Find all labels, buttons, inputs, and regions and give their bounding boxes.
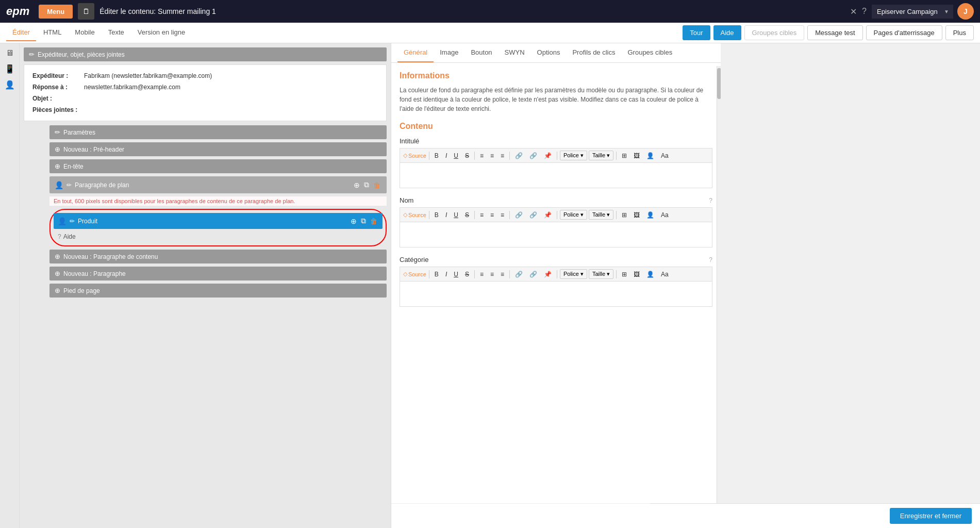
intitule-taille[interactable]: Taille ▾	[589, 151, 613, 160]
close-button[interactable]: ✕	[850, 7, 857, 16]
menu-button[interactable]: Menu	[39, 5, 73, 19]
categorie-user[interactable]: 👤	[644, 270, 657, 279]
intitule-align-right[interactable]: ≡	[498, 151, 507, 160]
categorie-underline[interactable]: U	[451, 270, 461, 279]
email-header-bar[interactable]: ✏ Expéditeur, objet, pièces jointes	[24, 47, 387, 61]
produit-row[interactable]: 👤 ✏ Produit ⊕ ⧉ 🗑	[54, 213, 383, 229]
intitule-source-btn[interactable]: ◇ Source	[403, 152, 426, 159]
intitule-image[interactable]: 🖼	[631, 151, 642, 160]
categorie-source-btn[interactable]: ◇ Source	[403, 271, 426, 277]
tab-version-en-ligne[interactable]: Version en ligne	[131, 24, 192, 41]
tab-groupes-cibles[interactable]: Groupes cibles	[621, 43, 678, 62]
intitule-align-left[interactable]: ≡	[477, 151, 486, 160]
tab-mobile[interactable]: Mobile	[69, 24, 101, 41]
intitule-anchor[interactable]: 📌	[541, 151, 554, 160]
categorie-police[interactable]: Police ▾	[560, 269, 587, 279]
categorie-help[interactable]: ?	[709, 256, 712, 263]
categorie-strikethrough[interactable]: S	[462, 270, 472, 279]
plan-delete-icon[interactable]: 🗑	[372, 180, 381, 190]
nom-align-left[interactable]: ≡	[477, 210, 486, 220]
paragraphe-plan-bar[interactable]: 👤 ✏ Paragraphe de plan ⊕ ⧉ 🗑	[49, 176, 387, 193]
nom-strikethrough[interactable]: S	[462, 210, 472, 220]
intitule-italic[interactable]: I	[443, 151, 450, 160]
categorie-bold[interactable]: B	[432, 270, 441, 279]
nom-taille[interactable]: Taille ▾	[589, 210, 613, 220]
categorie-anchor[interactable]: 📌	[541, 270, 554, 279]
nom-italic[interactable]: I	[443, 210, 450, 220]
pages-atterrissage-button[interactable]: Pages d'atterrissage	[866, 25, 942, 40]
pied-de-page-bar[interactable]: ⊕ Pied de page	[49, 284, 387, 298]
categorie-font-color[interactable]: Aa	[658, 270, 671, 279]
categorie-taille[interactable]: Taille ▾	[589, 269, 613, 279]
intitule-police[interactable]: Police ▾	[560, 151, 587, 160]
produit-move-icon[interactable]: ⊕	[350, 216, 358, 226]
user-icon[interactable]: 👤	[5, 80, 15, 90]
tab-swyn[interactable]: SWYN	[499, 43, 531, 62]
nom-align-center[interactable]: ≡	[488, 210, 496, 220]
tab-options[interactable]: Options	[531, 43, 567, 62]
message-test-button[interactable]: Message test	[807, 25, 862, 40]
tab-general[interactable]: Général	[397, 43, 434, 62]
produit-delete-icon[interactable]: 🗑	[369, 216, 378, 226]
plan-copy-icon[interactable]: ⧉	[363, 179, 370, 190]
categorie-table[interactable]: ⊞	[619, 270, 629, 279]
tab-html[interactable]: HTML	[37, 24, 68, 41]
nom-source-btn[interactable]: ◇ Source	[403, 211, 426, 218]
intitule-text-area[interactable]	[400, 162, 712, 188]
nom-underline[interactable]: U	[451, 210, 461, 220]
categorie-toolbar: ◇ Source B I U S ≡ ≡ ≡ 🔗 🔗 📌	[400, 267, 712, 281]
nom-link[interactable]: 🔗	[512, 210, 525, 220]
intitule-table[interactable]: ⊞	[619, 151, 629, 160]
plus-button[interactable]: Plus	[945, 25, 974, 40]
intitule-underline[interactable]: U	[451, 151, 461, 160]
categorie-align-left[interactable]: ≡	[477, 270, 486, 279]
nom-table[interactable]: ⊞	[619, 210, 629, 220]
tab-profils-clics[interactable]: Profils de clics	[566, 43, 621, 62]
nouveau-paragraphe-bar[interactable]: ⊕ Nouveau : Paragraphe	[49, 267, 387, 280]
categorie-align-center[interactable]: ≡	[488, 270, 496, 279]
nouveau-preheader-bar[interactable]: ⊕ Nouveau : Pré-header	[49, 142, 387, 156]
intitule-bold[interactable]: B	[432, 151, 441, 160]
nom-user[interactable]: 👤	[644, 210, 657, 220]
nom-image[interactable]: 🖼	[631, 210, 642, 220]
parametres-bar[interactable]: ✏ Paramètres	[49, 125, 387, 139]
tour-button[interactable]: Tour	[683, 25, 710, 40]
categorie-link[interactable]: 🔗	[512, 270, 525, 279]
intitule-align-center[interactable]: ≡	[488, 151, 496, 160]
mobile-icon[interactable]: 📱	[5, 64, 15, 74]
nom-anchor[interactable]: 📌	[541, 210, 554, 220]
intitule-link[interactable]: 🔗	[512, 151, 525, 160]
plan-move-icon[interactable]: ⊕	[353, 180, 361, 190]
nom-font-color[interactable]: Aa	[658, 210, 671, 220]
tab-bouton[interactable]: Bouton	[464, 43, 498, 62]
document-icon[interactable]: 🗒	[78, 3, 94, 20]
categorie-image[interactable]: 🖼	[631, 270, 642, 279]
tab-image[interactable]: Image	[434, 43, 464, 62]
categorie-italic[interactable]: I	[443, 270, 450, 279]
save-button[interactable]: Enregistrer et fermer	[890, 508, 972, 524]
produit-copy-icon[interactable]: ⧉	[360, 216, 367, 226]
nom-text-area[interactable]	[400, 222, 712, 248]
scrollbar-thumb[interactable]	[717, 68, 721, 99]
help-icon[interactable]: ?	[862, 7, 867, 16]
tab-texte[interactable]: Texte	[102, 24, 130, 41]
intitule-user[interactable]: 👤	[644, 151, 657, 160]
nouveau-paragraphe-contenu-bar[interactable]: ⊕ Nouveau : Paragraphe de contenu	[49, 250, 387, 263]
nom-police[interactable]: Police ▾	[560, 210, 587, 220]
intitule-strikethrough[interactable]: S	[462, 151, 472, 160]
desktop-icon[interactable]: 🖥	[6, 48, 14, 58]
campaign-select[interactable]: Episerver Campaign	[872, 5, 953, 19]
nom-link2[interactable]: 🔗	[527, 210, 540, 220]
nom-bold[interactable]: B	[432, 210, 441, 220]
categorie-link2[interactable]: 🔗	[527, 270, 540, 279]
aide-label: Aide	[63, 233, 76, 240]
intitule-link2[interactable]: 🔗	[527, 151, 540, 160]
nom-help[interactable]: ?	[709, 197, 712, 204]
nom-align-right[interactable]: ≡	[498, 210, 507, 220]
tab-editer[interactable]: Éditer	[6, 24, 36, 41]
aide-button[interactable]: Aide	[713, 25, 741, 40]
en-tete-bar[interactable]: ⊕ En-tête	[49, 159, 387, 173]
categorie-align-right[interactable]: ≡	[498, 270, 507, 279]
intitule-font-color[interactable]: Aa	[658, 151, 671, 160]
categorie-text-area[interactable]	[400, 281, 712, 307]
